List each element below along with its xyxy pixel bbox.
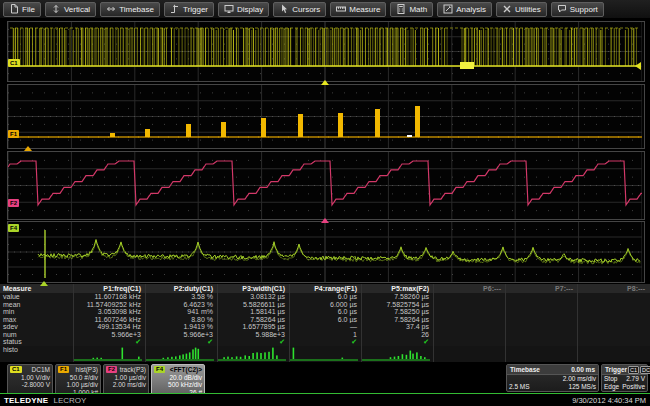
menu-item-support[interactable]: Support: [551, 2, 604, 17]
measure-cell: [433, 323, 505, 331]
measure-cell: 11.57409252 kHz: [73, 301, 145, 309]
descriptor-value: -2.8000 V: [10, 381, 50, 389]
trigger-panel[interactable]: Trigger C1DC Stop 2.79 V Edge Positive: [601, 364, 648, 392]
measure-cell: 7.58264 µs: [217, 316, 289, 324]
measure-cell: 1: [289, 331, 361, 339]
measure-status-cell: ✔: [217, 338, 289, 346]
timebase-panel[interactable]: Timebase 0.00 ms 2.00 ms/div 2.5 MS 125 …: [506, 364, 599, 392]
grid-f1[interactable]: F1: [7, 84, 645, 149]
cursors-icon: [279, 4, 289, 14]
measure-cell: [577, 308, 649, 316]
measure-row-label: histo: [0, 346, 73, 362]
menu-item-math[interactable]: Math: [390, 2, 433, 17]
descriptor-title: hist(P3): [76, 366, 98, 374]
measure-status-cell: [505, 338, 577, 346]
channel-tag-f4[interactable]: F4: [8, 224, 19, 232]
utilities-icon: [502, 4, 512, 14]
descriptor-title: <FFT(C2)>: [170, 366, 202, 374]
measure-col-header-7[interactable]: P7:---: [505, 284, 577, 293]
descriptor-tag-f4: F4: [154, 366, 165, 373]
f1-origin-marker[interactable]: [24, 146, 32, 151]
menu-item-display[interactable]: Display: [218, 2, 269, 17]
measure-cell: [433, 316, 505, 324]
histicon-sparkline: [218, 346, 286, 361]
menu-item-cursors[interactable]: Cursors: [273, 2, 326, 17]
measure-cell: 6.0 µs: [289, 316, 361, 324]
measure-col-header-3[interactable]: P3:width(C1): [217, 284, 289, 293]
measure-cell: [433, 293, 505, 301]
support-icon: [557, 4, 567, 14]
trigger-mode-row: Stop 2.79 V: [604, 375, 645, 383]
descriptor-value: 20.0 dB/div: [154, 374, 202, 382]
menu-item-file[interactable]: File: [3, 2, 41, 17]
measure-cell: 1.58141 µs: [217, 308, 289, 316]
f2-center-marker[interactable]: [321, 218, 329, 223]
measure-col-header-5[interactable]: P5:max(F2): [361, 284, 433, 293]
measure-cell: 941 m%: [145, 308, 217, 316]
measure-cell: 7.58260 µs: [361, 293, 433, 301]
status-check-icon: ✔: [135, 338, 141, 345]
measure-status-cell: ✔: [145, 338, 217, 346]
measure-cell: 499.13534 Hz: [73, 323, 145, 331]
measure-cell: [505, 331, 577, 339]
measure-col-header-1[interactable]: P1:freq(C1): [73, 284, 145, 293]
descriptor-title: DC1M: [32, 366, 50, 374]
menu-item-label: Utilities: [515, 5, 541, 14]
measure-cell: [505, 308, 577, 316]
measure-histo-cell: [505, 346, 577, 362]
measure-row-header: MeasureP1:freq(C1)P2:duty(C1)P3:width(C1…: [0, 284, 650, 293]
measure-histo-cell: [73, 346, 145, 362]
measure-status-cell: [577, 338, 649, 346]
measure-cell: [577, 316, 649, 324]
trigger-time-marker[interactable]: [321, 80, 329, 85]
menu-item-utilities[interactable]: Utilities: [496, 2, 547, 17]
measure-histo-cell: [361, 346, 433, 362]
measure-col-header-2[interactable]: P2:duty(C1): [145, 284, 217, 293]
channel-tag-f2[interactable]: F2: [8, 199, 19, 207]
menu-item-label: Measure: [349, 5, 380, 14]
menu-item-label: Math: [409, 5, 427, 14]
channel-tag-f1[interactable]: F1: [8, 130, 19, 138]
grid-f4[interactable]: F4: [7, 221, 645, 283]
status-check-icon: ✔: [423, 338, 429, 345]
display-icon: [224, 4, 234, 14]
menu-item-label: Vertical: [64, 5, 90, 14]
measure-histo-cell: [217, 346, 289, 362]
measure-cell: 26: [361, 331, 433, 339]
trigger-icon: [170, 4, 180, 14]
menu-item-measure[interactable]: Measure: [330, 2, 386, 17]
timebase-sample-row: 2.5 MS 125 MS/s: [509, 383, 596, 391]
timebase-title: Timebase: [510, 366, 540, 374]
descriptor-value: 1.00 µs/div: [58, 381, 98, 389]
grid-c1[interactable]: C1: [7, 21, 645, 82]
measure-col-header-6[interactable]: P6:---: [433, 284, 505, 293]
datetime-display: 9/30/2012 4:40:34 PM: [572, 396, 646, 405]
histicon-sparkline: [74, 346, 142, 361]
menu-item-timebase[interactable]: Timebase: [100, 2, 160, 17]
menu-bar: FileVerticalTimebaseTriggerDisplayCursor…: [0, 0, 650, 18]
menu-item-analysis[interactable]: Analysis: [437, 2, 492, 17]
measure-icon: [336, 4, 346, 14]
descriptor-value: 2.00 ms/div: [106, 381, 146, 389]
status-check-icon: ✔: [279, 338, 285, 345]
menu-item-label: Display: [237, 5, 263, 14]
grid-f2[interactable]: F2: [7, 151, 645, 220]
measure-cell: [505, 293, 577, 301]
measure-histo-cell: [145, 346, 217, 362]
measure-cell: —: [289, 323, 361, 331]
measure-col-header-8[interactable]: P8:---: [577, 284, 649, 293]
channel-tag-c1[interactable]: C1: [8, 59, 20, 67]
f4-peak-marker[interactable]: [40, 281, 48, 286]
status-check-icon: ✔: [351, 338, 357, 345]
menu-item-vertical[interactable]: Vertical: [45, 2, 96, 17]
measure-col-header-4[interactable]: P4:range(F1): [289, 284, 361, 293]
measure-cell: 8.80 %: [145, 316, 217, 324]
trigger-title: Trigger: [605, 366, 627, 374]
measure-histo-cell: [577, 346, 649, 362]
measure-row-sdev: sdev499.13534 Hz1.9419 %1.6577895 µs—37.…: [0, 323, 650, 331]
menu-item-trigger[interactable]: Trigger: [164, 2, 214, 17]
trigger-source-badge: C1: [628, 366, 639, 374]
descriptor-title-row: F1hist(P3): [58, 366, 98, 374]
descriptor-value: 1.00 V/div: [10, 374, 50, 382]
descriptor-value: 1.00 µs/div: [106, 374, 146, 382]
